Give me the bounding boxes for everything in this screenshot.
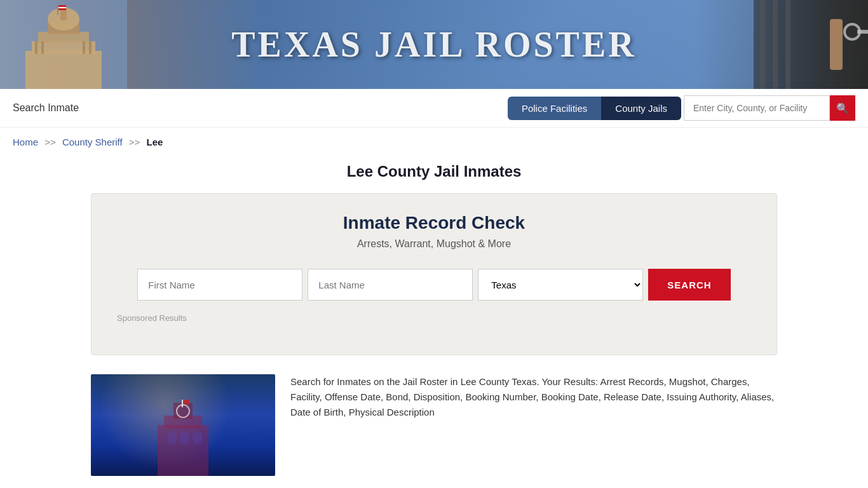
svg-rect-14 bbox=[58, 7, 66, 8]
page-title: Lee County Jail Inmates bbox=[13, 163, 855, 180]
record-check-form: AlabamaAlaskaArizonaArkansasCaliforniaCo… bbox=[117, 269, 751, 301]
capitol-image bbox=[0, 0, 127, 89]
state-select[interactable]: AlabamaAlaskaArizonaArkansasCaliforniaCo… bbox=[478, 269, 643, 301]
keys-image bbox=[754, 0, 868, 89]
bottom-section: Search for Inmates on the Jail Roster in… bbox=[91, 374, 777, 476]
svg-rect-30 bbox=[193, 431, 202, 444]
svg-rect-11 bbox=[57, 5, 58, 15]
search-inmate-label: Search Inmate bbox=[13, 102, 79, 113]
nav-search-button[interactable]: 🔍 bbox=[830, 95, 855, 121]
breadcrumb-home-link[interactable]: Home bbox=[13, 137, 38, 147]
svg-rect-31 bbox=[182, 400, 183, 407]
search-icon: 🔍 bbox=[836, 102, 849, 114]
nav-buttons: Police Facilities County Jails 🔍 bbox=[508, 95, 855, 121]
nav-label: Search Inmate bbox=[13, 102, 508, 114]
record-search-button[interactable]: SEARCH bbox=[648, 269, 730, 301]
police-facilities-button[interactable]: Police Facilities bbox=[508, 97, 601, 120]
sponsored-results-label: Sponsored Results bbox=[117, 313, 751, 323]
svg-rect-20 bbox=[830, 19, 843, 70]
svg-rect-19 bbox=[785, 0, 790, 89]
svg-rect-15 bbox=[58, 8, 66, 10]
nav-search-wrapper: 🔍 bbox=[684, 95, 855, 121]
svg-rect-32 bbox=[183, 400, 189, 404]
county-image bbox=[91, 374, 275, 476]
svg-rect-17 bbox=[760, 0, 765, 89]
svg-rect-13 bbox=[58, 5, 66, 7]
svg-rect-9 bbox=[83, 41, 85, 54]
header-banner: Texas Jail Roster bbox=[0, 0, 868, 89]
first-name-input[interactable] bbox=[137, 269, 302, 301]
svg-rect-22 bbox=[857, 30, 868, 34]
bottom-description: Search for Inmates on the Jail Roster in… bbox=[290, 374, 777, 420]
breadcrumb: Home >> County Sheriff >> Lee bbox=[0, 128, 868, 156]
breadcrumb-sep-1: >> bbox=[44, 137, 56, 147]
svg-rect-8 bbox=[41, 41, 44, 54]
svg-rect-7 bbox=[35, 41, 37, 54]
breadcrumb-current: Lee bbox=[147, 137, 163, 147]
building-svg bbox=[145, 400, 221, 476]
svg-rect-18 bbox=[773, 0, 778, 89]
main-content: Inmate Record Check Arrests, Warrant, Mu… bbox=[78, 193, 790, 488]
record-check-title: Inmate Record Check bbox=[117, 213, 751, 233]
record-check-box: Inmate Record Check Arrests, Warrant, Mu… bbox=[91, 193, 777, 355]
svg-rect-16 bbox=[754, 0, 868, 89]
navigation-bar: Search Inmate Police Facilities County J… bbox=[0, 89, 868, 128]
svg-rect-29 bbox=[180, 431, 189, 444]
county-jails-button[interactable]: County Jails bbox=[601, 97, 681, 120]
nav-search-input[interactable] bbox=[684, 95, 830, 121]
svg-rect-1 bbox=[25, 51, 102, 89]
breadcrumb-sep-2: >> bbox=[129, 137, 140, 147]
page-title-wrapper: Lee County Jail Inmates bbox=[0, 156, 868, 193]
svg-rect-10 bbox=[89, 41, 92, 54]
last-name-input[interactable] bbox=[308, 269, 473, 301]
svg-rect-28 bbox=[167, 431, 177, 444]
record-check-subtitle: Arrests, Warrant, Mugshot & More bbox=[117, 238, 751, 250]
site-title: Texas Jail Roster bbox=[231, 24, 637, 65]
breadcrumb-county-sheriff-link[interactable]: County Sheriff bbox=[62, 137, 123, 147]
